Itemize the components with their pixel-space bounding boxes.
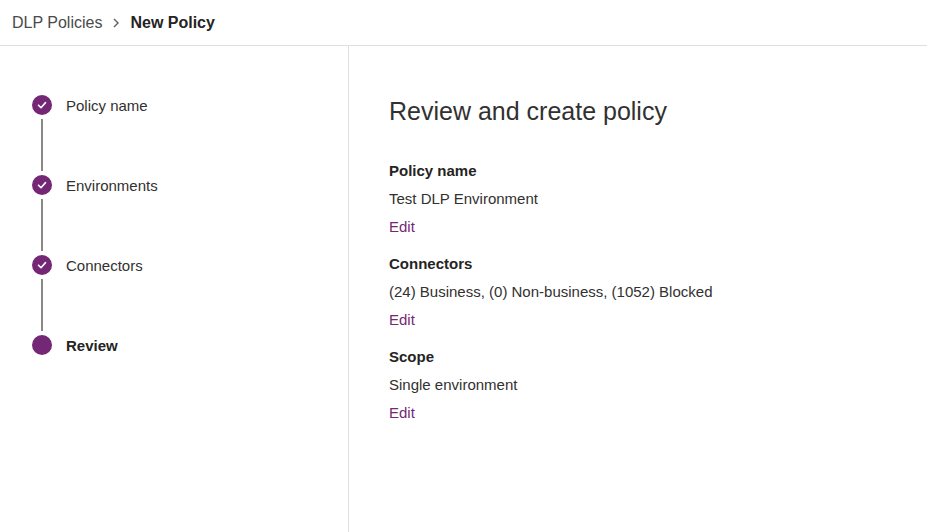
step-current-circle-icon — [32, 335, 52, 355]
review-section-scope: Scope Single environment Edit — [389, 343, 903, 427]
review-section-policy-name: Policy name Test DLP Environment Edit — [389, 157, 903, 241]
step-label: Policy name — [66, 97, 148, 114]
step-connector-line — [41, 119, 43, 171]
step-label: Connectors — [66, 257, 143, 274]
wizard-step-environments[interactable]: Environments — [32, 175, 348, 195]
section-title: Connectors — [389, 250, 903, 278]
section-title: Policy name — [389, 157, 903, 185]
page-body: Policy name Environments Connectors Revi… — [0, 46, 927, 532]
page-title: Review and create policy — [389, 95, 903, 127]
section-value: (24) Business, (0) Non-business, (1052) … — [389, 278, 903, 306]
step-connector-line — [41, 279, 43, 331]
wizard-step-review[interactable]: Review — [32, 335, 348, 355]
wizard-step-connectors[interactable]: Connectors — [32, 255, 348, 275]
step-label: Review — [66, 337, 118, 354]
review-sections: Policy name Test DLP Environment Edit Co… — [389, 157, 903, 427]
wizard-step-policy-name[interactable]: Policy name — [32, 95, 348, 115]
step-connector-line — [41, 199, 43, 251]
edit-policy-name-link[interactable]: Edit — [389, 213, 415, 241]
breadcrumb-parent-link[interactable]: DLP Policies — [12, 14, 102, 32]
wizard-steps-sidebar: Policy name Environments Connectors Revi… — [0, 46, 349, 532]
breadcrumb-current: New Policy — [130, 14, 214, 32]
section-title: Scope — [389, 343, 903, 371]
review-section-connectors: Connectors (24) Business, (0) Non-busine… — [389, 250, 903, 334]
section-value: Single environment — [389, 371, 903, 399]
breadcrumb: DLP Policies New Policy — [0, 0, 927, 46]
review-panel: Review and create policy Policy name Tes… — [349, 46, 927, 532]
edit-connectors-link[interactable]: Edit — [389, 306, 415, 334]
step-completed-check-icon — [32, 175, 52, 195]
step-label: Environments — [66, 177, 158, 194]
section-value: Test DLP Environment — [389, 185, 903, 213]
edit-scope-link[interactable]: Edit — [389, 399, 415, 427]
chevron-right-icon — [111, 17, 121, 29]
step-completed-check-icon — [32, 255, 52, 275]
step-completed-check-icon — [32, 95, 52, 115]
